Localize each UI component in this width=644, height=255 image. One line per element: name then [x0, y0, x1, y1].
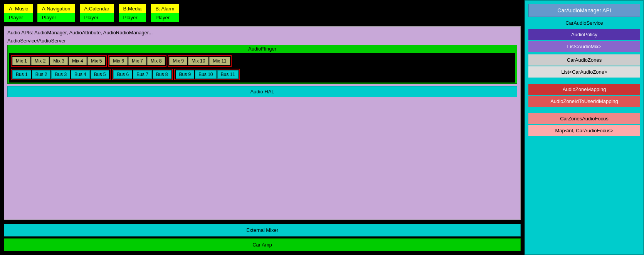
audio-policy: AudioPolicy — [528, 29, 640, 40]
bus-zone-3: Bus 9 Bus 10 Bus 11 — [174, 69, 240, 80]
mix-3: Mix 3 — [50, 57, 68, 65]
mix-9: Mix 9 — [169, 57, 187, 65]
mix-10: Mix 10 — [188, 57, 209, 65]
bus-10: Bus 10 — [195, 70, 216, 79]
car-zones-audio-focus-block: CarZonesAudioFocus Map<int, CarAudioFocu… — [528, 113, 640, 136]
app-bottom-b-alarm: Player — [151, 13, 179, 22]
bus-8: Bus 8 — [153, 70, 172, 79]
app-box-a-music: A: Music Player — [4, 4, 33, 22]
mix-6: Mix 6 — [109, 57, 128, 65]
audio-service-label: AudioService/AudioServer — [7, 38, 517, 44]
bus-2: Bus 2 — [32, 70, 51, 79]
mix-4: Mix 4 — [69, 57, 87, 65]
list-audio-mix: List<AudioMix> — [528, 41, 640, 52]
bus-1: Bus 1 — [12, 70, 31, 79]
bus-3: Bus 3 — [51, 70, 70, 79]
bus-zone-1: Bus 1 Bus 2 Bus 3 Bus 4 Bus 5 — [11, 69, 111, 80]
mix-5: Mix 5 — [87, 57, 106, 65]
car-amp-bar: Car Amp — [4, 238, 521, 251]
app-bottom-a-music: Player — [4, 13, 33, 22]
audio-zone-mapping: AudioZoneMapping — [528, 84, 640, 95]
mix-7: Mix 7 — [128, 57, 146, 65]
mix-11: Mix 11 — [209, 57, 230, 65]
app-bottom-a-navigation: Player — [37, 13, 75, 22]
app-bottom-a-calendar: Player — [80, 13, 114, 22]
mix-zone-1: Mix 1 Mix 2 Mix 3 Mix 4 Mix 5 — [11, 55, 107, 67]
mix-2: Mix 2 — [31, 57, 49, 65]
car-audio-zones-block: CarAudioZones List<CarAudioZone> — [528, 54, 640, 78]
mix-8: Mix 8 — [147, 57, 165, 65]
bus-zone-2: Bus 6 Bus 7 Bus 8 — [112, 69, 173, 80]
app-top-a-music: A: Music — [4, 4, 33, 13]
bus-11: Bus 11 — [217, 70, 239, 79]
app-top-a-navigation: A:Navigation — [37, 4, 75, 13]
inner-layer: Mix 1 Mix 2 Mix 3 Mix 4 Mix 5 Mix 6 Mix … — [9, 53, 515, 83]
audio-hal-bar: Audio HAL — [7, 86, 517, 97]
app-top-b-alarm: B: Alarm — [151, 4, 179, 13]
app-box-b-alarm: B: Alarm Player — [150, 4, 179, 22]
audio-zone-mapping-block: AudioZoneMapping AudioZoneIdToUserIdMapp… — [528, 84, 640, 107]
car-audio-manager-api: CarAudioManager API — [528, 4, 640, 17]
bus-4: Bus 4 — [71, 70, 90, 79]
mix-1: Mix 1 — [12, 57, 30, 65]
audioflinger-label: AudioFlinger — [9, 46, 515, 52]
audio-service-section: AudioService/AudioServer AudioFlinger Mi… — [7, 38, 517, 84]
car-audio-zones: CarAudioZones — [528, 54, 640, 66]
mix-zone-2: Mix 6 Mix 7 Mix 8 — [108, 55, 166, 67]
car-zones-audio-focus: CarZonesAudioFocus — [528, 113, 640, 124]
external-mixer-bar: External Mixer — [4, 224, 521, 236]
app-box-b-media: B:Media Player — [118, 4, 147, 22]
app-row: A: Music Player A:Navigation Player A:Ca… — [4, 4, 521, 22]
bus-6: Bus 6 — [113, 70, 132, 79]
audio-apis-label: Audio APIs: AudioManager, AudioAttribute… — [7, 29, 517, 36]
app-box-a-calendar: A:Calendar Player — [79, 4, 114, 22]
audio-layers: Audio APIs: AudioManager, AudioAttribute… — [4, 26, 521, 220]
car-audio-service-label: CarAudioService — [528, 19, 640, 27]
right-panel: CarAudioManager API CarAudioService Audi… — [525, 0, 644, 255]
mix-zone-3: Mix 9 Mix 10 Mix 11 — [168, 55, 231, 67]
all-buses: Bus 1 Bus 2 Bus 3 Bus 4 Bus 5 Bus 6 Bus … — [11, 69, 514, 80]
audio-zone-id-mapping: AudioZoneIdToUserIdMapping — [528, 96, 640, 107]
all-mixes: Mix 1 Mix 2 Mix 3 Mix 4 Mix 5 Mix 6 Mix … — [11, 55, 514, 67]
app-bottom-b-media: Player — [119, 13, 146, 22]
audioflinger-container: AudioFlinger Mix 1 Mix 2 Mix 3 Mix 4 Mix… — [7, 45, 517, 84]
map-car-audio-focus: Map<int, CarAudioFocus> — [528, 125, 640, 136]
bus-9: Bus 9 — [176, 70, 195, 79]
app-box-a-navigation: A:Navigation Player — [37, 4, 76, 22]
bus-5: Bus 5 — [91, 70, 109, 79]
bottom-bars: External Mixer Car Amp — [4, 224, 521, 251]
left-panel: A: Music Player A:Navigation Player A:Ca… — [0, 0, 525, 255]
bus-7: Bus 7 — [133, 70, 152, 79]
app-top-b-media: B:Media — [119, 4, 146, 13]
audio-policy-block: AudioPolicy List<AudioMix> — [528, 29, 640, 52]
app-top-a-calendar: A:Calendar — [80, 4, 114, 13]
list-car-audio-zone: List<CarAudioZone> — [528, 66, 640, 78]
